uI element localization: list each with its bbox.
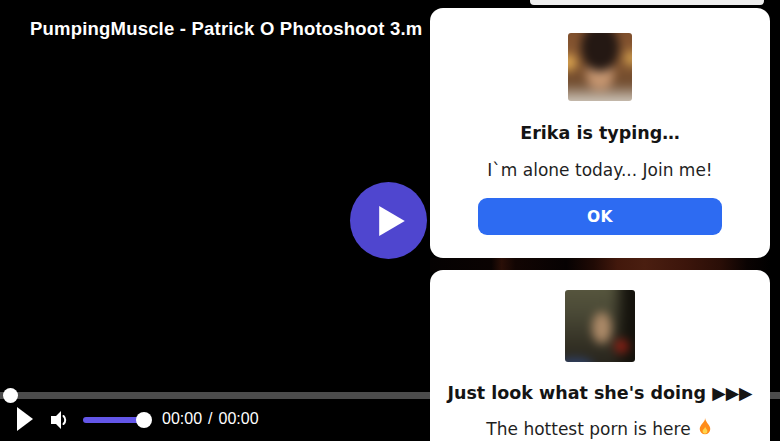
time-separator: / (208, 410, 212, 427)
volume-button[interactable] (51, 409, 68, 434)
background-card-edge (530, 0, 764, 5)
popup-message: I`m alone today... Join me! (440, 160, 760, 180)
popup-title: Just look what she's doing ▶▶▶ (440, 383, 760, 403)
speaker-icon (51, 409, 68, 431)
volume-thumb[interactable] (136, 412, 152, 428)
time-display: 00:00/00:00 (162, 410, 259, 428)
popup-thumbnail-blurred (565, 290, 635, 362)
popup-erika-typing: Erika is typing… I`m alone today... Join… (430, 8, 770, 258)
volume-slider[interactable] (83, 417, 144, 423)
ok-button[interactable]: OK (478, 198, 722, 235)
popup-message: The hottest porn is here (440, 418, 760, 439)
play-icon (17, 407, 33, 431)
seek-thumb[interactable] (3, 388, 18, 403)
current-time: 00:00 (162, 410, 202, 427)
play-button[interactable] (17, 407, 33, 434)
popup-just-look: Just look what she's doing ▶▶▶ The hotte… (430, 270, 770, 441)
play-icon (378, 205, 406, 237)
popup-title: Erika is typing… (440, 123, 760, 143)
fire-icon (696, 418, 714, 438)
big-play-button[interactable] (350, 182, 427, 259)
popup-message-text: The hottest porn is here (486, 419, 690, 439)
video-title: PumpingMuscle - Patrick O Photoshoot 3.m (30, 18, 422, 40)
duration: 00:00 (219, 410, 259, 427)
popup-thumbnail-blurred (568, 33, 632, 101)
